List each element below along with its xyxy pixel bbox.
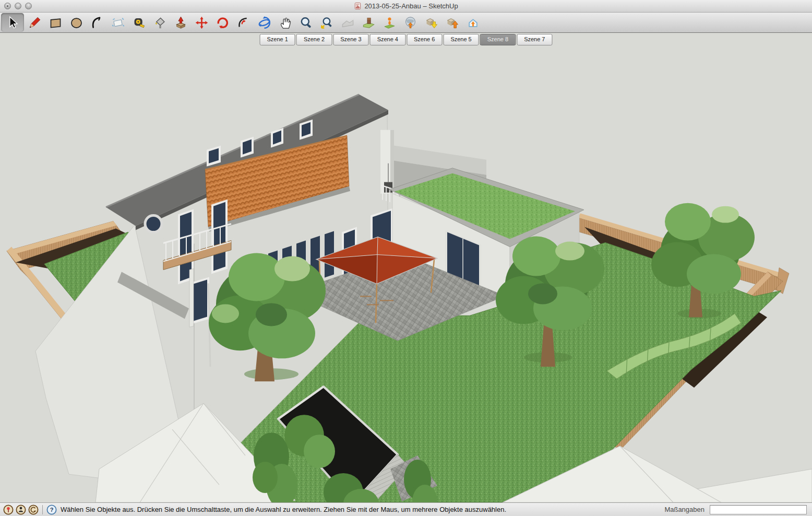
tape-measure-tool-button[interactable] <box>128 13 149 32</box>
tab-szene-3[interactable]: Szene 3 <box>333 34 368 45</box>
status-message: Wählen Sie Objekte aus. Drücken Sie die … <box>61 506 662 513</box>
zoom-tool-button[interactable] <box>295 13 316 32</box>
share-component-icon <box>466 16 480 30</box>
svg-text:?: ? <box>50 507 54 513</box>
scene-tab-label: Szene 8 <box>487 36 508 42</box>
model-canvas[interactable] <box>0 33 812 502</box>
circle-icon <box>69 16 83 30</box>
zoom-magnifier-icon <box>299 16 313 30</box>
zoom-extents-tool-button[interactable] <box>316 13 337 32</box>
tab-szene-5[interactable]: Szene 5 <box>443 34 479 45</box>
chimney[interactable] <box>380 130 394 194</box>
window-title-wrap: 2013-05-25-Anbau – SketchUp <box>0 2 812 10</box>
line-tool-button[interactable] <box>24 13 45 32</box>
scene-tab-label: Szene 7 <box>524 36 545 42</box>
measurements-label: Maßangaben <box>664 506 704 513</box>
eraser-tool-button[interactable] <box>108 13 128 32</box>
push-pull-icon <box>174 16 188 30</box>
sketchup-window: 2013-05-25-Anbau – SketchUp Szene 1Szene… <box>0 0 812 516</box>
rectangle-tool-button[interactable] <box>45 13 66 32</box>
scene-tab-label: Szene 5 <box>450 36 471 42</box>
main-toolbar <box>0 13 812 33</box>
scene-tab-label: Szene 6 <box>414 36 435 42</box>
measurements-input[interactable] <box>710 505 807 514</box>
push-pull-tool-button[interactable] <box>170 13 191 32</box>
get-models-download-icon <box>424 16 438 30</box>
title-bar[interactable]: 2013-05-25-Anbau – SketchUp <box>0 0 812 13</box>
sketchup-document-icon <box>354 2 362 10</box>
tab-szene-2[interactable]: Szene 2 <box>296 34 332 45</box>
paint-bucket-icon <box>153 16 167 30</box>
statusbar-divider <box>42 505 43 514</box>
scene-tab-label: Szene 4 <box>377 36 398 42</box>
tab-szene-8[interactable]: Szene 8 <box>480 34 516 45</box>
move-tool-button[interactable] <box>191 13 212 32</box>
minimize-button[interactable] <box>15 3 21 9</box>
select-arrow-icon <box>6 16 20 30</box>
eraser-icon <box>111 16 125 30</box>
photo-textures-icon <box>383 16 397 30</box>
zoom-window-button[interactable] <box>25 3 32 9</box>
arc-icon <box>90 16 104 30</box>
pan-hand-icon <box>278 16 292 30</box>
tape-measure-icon <box>132 16 146 30</box>
offset-icon <box>236 16 250 30</box>
zoom-extents-icon <box>320 16 334 30</box>
arc-tool-button[interactable] <box>87 13 108 32</box>
google-earth-globe-icon <box>403 16 417 30</box>
paint-bucket-tool-button[interactable] <box>149 13 170 32</box>
add-location-icon <box>362 16 376 30</box>
model-viewport[interactable]: Szene 1Szene 2Szene 3Szene 4Szene 6Szene… <box>0 33 812 502</box>
select-tool-button[interactable] <box>1 13 24 32</box>
pan-tool-button[interactable] <box>274 13 295 32</box>
get-models-tool-button[interactable] <box>421 13 441 32</box>
add-location-tool-button[interactable] <box>358 13 379 32</box>
window-title: 2013-05-25-Anbau – SketchUp <box>364 2 458 10</box>
share-component-tool-button[interactable] <box>462 13 483 32</box>
google-earth-tool-button[interactable] <box>400 13 421 32</box>
tab-szene-1[interactable]: Szene 1 <box>260 34 295 45</box>
status-bar: ? Wählen Sie Objekte aus. Drücken Sie di… <box>0 502 812 516</box>
window-controls <box>0 3 32 9</box>
signin-status-icon[interactable] <box>28 505 39 515</box>
round-window[interactable] <box>145 216 162 232</box>
tab-szene-4[interactable]: Szene 4 <box>370 34 405 45</box>
scene-tab-label: Szene 1 <box>267 36 288 42</box>
terrain-icon <box>341 16 355 30</box>
rotate-tool-button[interactable] <box>212 13 233 32</box>
attribution-status-icon[interactable] <box>16 505 26 515</box>
help-icon[interactable]: ? <box>46 505 57 515</box>
share-model-upload-icon <box>445 16 459 30</box>
rectangle-icon <box>49 16 63 30</box>
toggle-terrain-tool-button <box>337 13 358 32</box>
scene-tabs: Szene 1Szene 2Szene 3Szene 4Szene 6Szene… <box>259 34 553 45</box>
tab-szene-7[interactable]: Szene 7 <box>517 34 552 45</box>
orbit-icon <box>257 16 271 30</box>
circle-tool-button[interactable] <box>66 13 87 32</box>
close-button[interactable] <box>4 3 11 9</box>
move-arrows-icon <box>195 16 209 30</box>
orbit-tool-button[interactable] <box>254 13 274 32</box>
photo-textures-tool-button[interactable] <box>379 13 400 32</box>
share-model-tool-button[interactable] <box>441 13 462 32</box>
scene-tab-label: Szene 3 <box>340 36 361 42</box>
scene-tab-label: Szene 2 <box>304 36 325 42</box>
geolocation-status-icon[interactable] <box>3 505 14 515</box>
offset-tool-button[interactable] <box>233 13 254 32</box>
pencil-icon <box>28 16 42 30</box>
tab-szene-6[interactable]: Szene 6 <box>407 34 442 45</box>
rotate-icon <box>216 16 230 30</box>
